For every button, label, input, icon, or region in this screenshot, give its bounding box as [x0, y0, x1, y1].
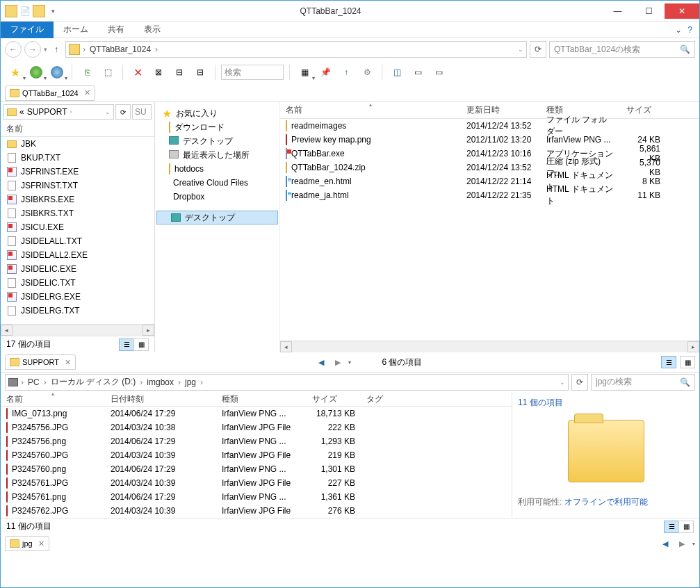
lock-button[interactable]: ⬚: [99, 63, 117, 81]
toolbar-search-input[interactable]: 検索: [221, 65, 284, 80]
favorite-item[interactable]: Creative Cloud Files: [155, 176, 279, 190]
favorite-item[interactable]: 最近表示した場所: [155, 148, 279, 162]
file-item[interactable]: JSFRINST.EXE: [1, 165, 154, 179]
layout2-button[interactable]: ▭: [430, 63, 448, 81]
bcol-size[interactable]: サイズ: [307, 391, 361, 406]
left-search-input[interactable]: SU: [132, 104, 152, 120]
qat-properties-icon[interactable]: [33, 5, 45, 17]
file-item[interactable]: JSIBKRS.EXE: [1, 193, 154, 206]
left-crumb[interactable]: SUPPORT: [27, 107, 67, 117]
file-item[interactable]: JSFRINST.TXT: [1, 179, 154, 193]
crumb-pc[interactable]: PC: [26, 377, 41, 387]
nav-recent-dropdown[interactable]: ▾: [44, 46, 47, 53]
favorites-header[interactable]: ★ お気に入り: [155, 106, 279, 120]
file-item[interactable]: JSICU.EXE: [1, 220, 154, 234]
file-row[interactable]: IMG_0713.png 2014/06/24 17:29 IrfanView …: [1, 407, 512, 420]
file-row[interactable]: readmeimages 2014/12/24 13:52 ファイル フォルダー: [280, 119, 699, 133]
view-button[interactable]: ▦: [295, 63, 314, 81]
bot-back-button[interactable]: ◀: [659, 537, 671, 550]
apps-button[interactable]: [48, 63, 66, 81]
ribbon-tab-share[interactable]: 共有: [98, 22, 134, 38]
nav-back-button[interactable]: ←: [5, 41, 22, 58]
nav-up-button[interactable]: ↑: [50, 44, 63, 54]
file-row[interactable]: P3245760.png 2014/06/24 17:29 IrfanView …: [1, 462, 512, 476]
view-icons-button[interactable]: ▦: [680, 356, 695, 368]
close-left-button[interactable]: ⊟: [170, 63, 188, 81]
address-box[interactable]: › QTTabBar_1024 › ⌄: [65, 41, 527, 58]
scroll-left-icon[interactable]: ◂: [280, 341, 292, 352]
file-item[interactable]: JSIDELALL2.EXE: [1, 248, 154, 262]
maximize-button[interactable]: ☐: [633, 3, 665, 19]
file-item[interactable]: JSIDELRG.TXT: [1, 304, 154, 318]
col-date[interactable]: 更新日時: [461, 102, 541, 118]
favorite-item[interactable]: Dropbox: [155, 190, 279, 204]
bcol-type[interactable]: 種類: [216, 391, 307, 406]
file-row[interactable]: QTTabBar_1024.zip 2014/12/24 13:52 圧縮 (z…: [280, 161, 699, 174]
ribbon-tab-view[interactable]: 表示: [134, 22, 170, 38]
ribbon-file-tab[interactable]: ファイル: [1, 22, 54, 38]
scroll-right-icon[interactable]: ▸: [687, 341, 699, 352]
file-row[interactable]: readme_en.html 2014/12/22 21:14 HTML ドキュ…: [280, 174, 699, 188]
close-right-button[interactable]: ⊟: [191, 63, 209, 81]
pin-button[interactable]: 📌: [316, 63, 334, 81]
close-button[interactable]: ✕: [665, 3, 699, 19]
crumb-drive[interactable]: ローカル ディスク (D:): [49, 376, 138, 388]
scroll-left-icon[interactable]: ◂: [1, 325, 13, 336]
view-details-button[interactable]: ☰: [119, 338, 134, 351]
file-row[interactable]: P3245756.JPG 2014/03/24 10:38 IrfanView …: [1, 420, 512, 434]
col-size[interactable]: サイズ: [621, 102, 666, 118]
bottom-address-box[interactable]: › PC › ローカル ディスク (D:) › imgbox › jpg › ⌄: [5, 374, 569, 391]
layout1-button[interactable]: ▭: [409, 63, 427, 81]
col-type[interactable]: 種類: [541, 102, 621, 118]
file-row[interactable]: readme_ja.html 2014/12/22 21:35 HTML ドキュ…: [280, 188, 699, 202]
breadcrumb-folder[interactable]: QTTabBar_1024: [88, 44, 152, 54]
nav-forward-button[interactable]: →: [24, 41, 41, 58]
up-button[interactable]: ↑: [337, 63, 355, 81]
file-item[interactable]: JSIDELRG.EXE: [1, 290, 154, 304]
minimize-button[interactable]: —: [602, 3, 633, 19]
file-item[interactable]: JSIBKRS.TXT: [1, 206, 154, 220]
file-row[interactable]: P3245761.png 2014/06/24 17:29 IrfanView …: [1, 490, 512, 504]
file-item[interactable]: BKUP.TXT: [1, 151, 154, 165]
tab-jpg[interactable]: jpg ✕: [5, 536, 49, 551]
scroll-right-icon[interactable]: ▸: [143, 325, 154, 336]
file-row[interactable]: P3245762.JPG 2014/03/24 10:39 IrfanView …: [1, 504, 512, 518]
crumb-imgbox[interactable]: imgbox: [145, 377, 175, 387]
file-item[interactable]: JSIDELIC.TXT: [1, 276, 154, 290]
qat-dropdown-icon[interactable]: ▾: [47, 5, 59, 17]
file-item[interactable]: JSIDELALL.TXT: [1, 234, 154, 248]
tab-support[interactable]: SUPPORT ✕: [5, 354, 76, 370]
favorite-star-button[interactable]: ★: [6, 63, 24, 81]
left-address-box[interactable]: « SUPPORT › ⌄: [3, 104, 114, 120]
address-dropdown-icon[interactable]: ⌄: [518, 46, 523, 53]
view-icons-button[interactable]: ▦: [678, 521, 694, 533]
tab-close-icon[interactable]: ✕: [65, 358, 71, 367]
bot-forward-button[interactable]: ▶: [676, 537, 688, 550]
file-row[interactable]: P3245761.JPG 2014/03/24 10:39 IrfanView …: [1, 476, 512, 490]
file-item[interactable]: JSIDELIC.EXE: [1, 262, 154, 276]
refresh-button[interactable]: ⟳: [530, 41, 546, 58]
options-button[interactable]: ⚙: [358, 63, 376, 81]
ribbon-help-icon[interactable]: ?: [687, 25, 692, 35]
clone-button[interactable]: ⎘: [78, 63, 96, 81]
tab-close-icon[interactable]: ✕: [84, 88, 90, 97]
favorite-item[interactable]: ダウンロード: [155, 120, 279, 134]
breadcrumb-sep[interactable]: ›: [155, 44, 158, 54]
left-refresh-button[interactable]: ⟳: [115, 104, 131, 120]
bottom-refresh-button[interactable]: ⟳: [571, 374, 588, 391]
tab-close-icon[interactable]: ✕: [38, 539, 44, 548]
bottom-search-box[interactable]: jpgの検索 🔍: [591, 374, 695, 391]
breadcrumb-sep[interactable]: ›: [83, 44, 86, 54]
favorite-item[interactable]: hotdocs: [155, 162, 279, 176]
delete-button[interactable]: ✕: [129, 63, 147, 81]
pane2-back-button[interactable]: ◀: [315, 356, 327, 368]
crumb-jpg[interactable]: jpg: [184, 377, 197, 387]
col-name[interactable]: ▴名前: [280, 102, 461, 118]
ribbon-expand-icon[interactable]: ⌄: [675, 25, 682, 35]
split-button[interactable]: ◫: [388, 63, 406, 81]
view-details-button[interactable]: ☰: [661, 356, 676, 368]
view-details-button[interactable]: ☰: [664, 521, 679, 533]
bcol-name[interactable]: ▴名前: [1, 391, 105, 406]
file-row[interactable]: P3245756.png 2014/06/24 17:29 IrfanView …: [1, 434, 512, 448]
bcol-tag[interactable]: タグ: [361, 391, 402, 406]
